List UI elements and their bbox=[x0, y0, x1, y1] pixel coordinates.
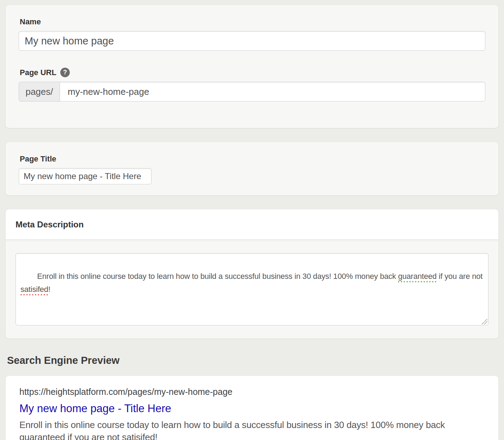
meta-description-body: Enroll in this online course today to le… bbox=[6, 240, 498, 338]
meta-description-label: Meta Description bbox=[16, 220, 84, 229]
page-url-label: Page URL bbox=[20, 68, 56, 77]
url-prefix-addon: pages/ bbox=[19, 82, 60, 102]
grammar-underlined-word: guaranteed bbox=[398, 272, 437, 281]
page-settings-panel: Name Page URL ? pages/ Page Title Meta D… bbox=[0, 0, 504, 440]
preview-url: https://heightsplatform.com/pages/my-new… bbox=[19, 387, 485, 397]
page-title-card: Page Title bbox=[6, 142, 498, 195]
page-title-input[interactable] bbox=[19, 168, 152, 184]
meta-text-segment: if you are not bbox=[437, 272, 483, 281]
name-input[interactable] bbox=[19, 31, 485, 51]
preview-title-link[interactable]: My new home page - Title Here bbox=[19, 402, 171, 415]
textarea-resize-handle-icon[interactable] bbox=[481, 318, 487, 324]
name-label: Name bbox=[20, 17, 485, 26]
name-url-card: Name Page URL ? pages/ bbox=[6, 5, 498, 128]
help-icon[interactable]: ? bbox=[60, 68, 70, 77]
meta-text-segment: ! bbox=[48, 285, 50, 294]
meta-description-textarea[interactable]: Enroll in this online course today to le… bbox=[16, 253, 488, 325]
page-title-label: Page Title bbox=[20, 154, 485, 164]
page-url-label-row: Page URL ? bbox=[19, 68, 485, 77]
search-engine-preview-card: https://heightsplatform.com/pages/my-new… bbox=[6, 376, 498, 440]
page-url-input-group: pages/ bbox=[19, 82, 485, 102]
name-field-group: Name bbox=[19, 17, 485, 51]
meta-text-segment: Enroll in this online course today to le… bbox=[37, 272, 398, 281]
search-engine-preview-heading: Search Engine Preview bbox=[7, 354, 498, 367]
preview-description: Enroll in this online course today to le… bbox=[19, 419, 485, 440]
meta-description-card: Meta Description Enroll in this online c… bbox=[6, 209, 498, 338]
page-url-field-group: Page URL ? pages/ bbox=[19, 68, 485, 102]
meta-description-header: Meta Description bbox=[6, 209, 498, 240]
question-mark-glyph: ? bbox=[63, 69, 67, 76]
spellcheck-underlined-word: satisifed bbox=[20, 285, 48, 294]
page-url-input[interactable] bbox=[60, 82, 485, 102]
